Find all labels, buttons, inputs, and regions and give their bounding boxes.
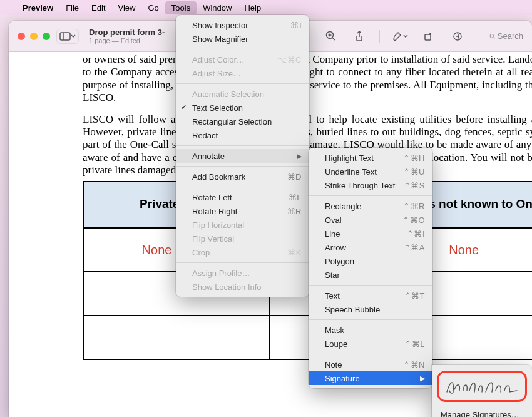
tools-menu-item-rectangular-selection[interactable]: Rectangular Selection — [176, 115, 309, 128]
menu-separator — [432, 404, 532, 404]
menu-item-label: Text Selection — [192, 103, 302, 113]
menu-separator — [176, 145, 309, 146]
menu-item-label: Arrow — [325, 243, 404, 252]
menu-item-label: Add Bookmark — [192, 172, 287, 182]
tools-menu-item-automatic-selection: Automatic Selection — [176, 87, 309, 101]
annotate-menu-item-star[interactable]: Star — [309, 268, 432, 282]
tools-menu-item-flip-horizontal: Flip Horizontal — [176, 218, 309, 232]
menubar-item-help[interactable]: Help — [238, 1, 267, 14]
menubar-item-view[interactable]: View — [112, 1, 142, 14]
menu-item-label: Rectangular Selection — [192, 117, 302, 126]
menubar-item-window[interactable]: Window — [197, 1, 238, 14]
menubar: Preview File Edit View Go Tools Window H… — [0, 0, 532, 15]
annotate-menu-item-rectangle[interactable]: Rectangle⌃⌘R — [309, 199, 432, 213]
menu-item-label: Adjust Size… — [192, 69, 302, 78]
chevron-right-icon: ▶ — [420, 374, 425, 383]
menubar-item-file[interactable]: File — [59, 1, 85, 14]
minimize-button[interactable] — [30, 33, 38, 40]
tools-menu-item-rotate-right[interactable]: Rotate Right⌘R — [176, 204, 309, 218]
menu-item-label: Signature — [325, 374, 420, 383]
menu-separator — [176, 49, 309, 49]
menu-shortcut: ⌃⌘H — [403, 153, 425, 163]
menu-item-label: Rotate Right — [192, 207, 287, 216]
menu-item-label: Speech Bubble — [325, 305, 425, 314]
annotate-menu-item-strike-through-text[interactable]: Strike Through Text⌃⌘S — [309, 178, 432, 192]
share-button[interactable] — [350, 29, 368, 44]
menubar-item-tools[interactable]: Tools — [165, 1, 197, 14]
menu-shortcut: ⌘K — [287, 248, 302, 257]
menu-shortcut: ⌃⌘N — [403, 360, 425, 369]
menu-item-label: Flip Vertical — [192, 234, 302, 244]
menu-item-label: Note — [325, 360, 403, 369]
signature-highlight-ring — [437, 371, 527, 402]
annotate-menu-item-oval[interactable]: Oval⌃⌘O — [309, 213, 432, 227]
menu-item-label: Redact — [192, 131, 302, 140]
window-subtitle: 1 page — Edited — [89, 37, 165, 44]
menu-item-label: Mask — [325, 326, 425, 335]
chevron-right-icon: ▶ — [297, 152, 302, 160]
menu-separator — [309, 195, 432, 196]
menu-shortcut: ⌃⌘O — [402, 215, 425, 225]
annotate-menu-item-mask[interactable]: Mask — [309, 323, 432, 337]
menu-separator — [176, 187, 309, 187]
zoom-in-button[interactable] — [322, 29, 339, 44]
search-field[interactable]: Search — [489, 31, 523, 41]
annotate-menu-item-underline-text[interactable]: Underline Text⌃⌘U — [309, 165, 432, 178]
menu-shortcut: ⌘L — [289, 193, 302, 202]
annotate-menu-item-arrow[interactable]: Arrow⌃⌘A — [309, 240, 432, 254]
highlight-button[interactable] — [391, 29, 409, 44]
svg-line-6 — [332, 38, 335, 40]
svg-rect-10 — [425, 34, 431, 40]
menu-item-label: Crop — [192, 248, 287, 257]
tools-menu-item-assign-profile: Assign Profile… — [176, 266, 309, 280]
annotate-menu-item-polygon[interactable]: Polygon — [309, 254, 432, 268]
search-placeholder: Search — [498, 31, 523, 41]
menubar-app[interactable]: Preview — [16, 1, 59, 14]
tools-menu-item-redact[interactable]: Redact — [176, 128, 309, 142]
tools-menu-item-show-inspector[interactable]: Show Inspector⌘I — [176, 18, 309, 32]
markup-button[interactable] — [449, 29, 466, 44]
annotate-menu-item-note[interactable]: Note⌃⌘N — [309, 358, 432, 371]
annotate-menu-item-highlight-text[interactable]: Highlight Text⌃⌘H — [309, 151, 432, 165]
menu-shortcut: ⌃⌘R — [403, 202, 425, 211]
rotate-button[interactable] — [420, 29, 437, 44]
menu-separator — [309, 354, 432, 354]
tools-menu-item-adjust-color: Adjust Color…⌥⌘C — [176, 53, 309, 66]
annotate-menu-item-signature[interactable]: Signature▶ — [309, 371, 432, 385]
annotate-menu-item-speech-bubble[interactable]: Speech Bubble — [309, 302, 432, 316]
menubar-item-edit[interactable]: Edit — [85, 1, 111, 14]
menu-item-label: Text — [325, 291, 404, 301]
menu-item-label: Flip Horizontal — [192, 220, 302, 230]
tools-menu: Show Inspector⌘IShow MagnifierAdjust Col… — [176, 15, 309, 297]
zoom-button[interactable] — [43, 33, 50, 40]
tools-menu-item-rotate-left[interactable]: Rotate Left⌘L — [176, 190, 309, 204]
svg-rect-0 — [60, 33, 70, 40]
window-title-block: Drop permit form 3- 1 page — Edited — [89, 28, 165, 44]
menu-shortcut: ⌃⌘U — [403, 167, 425, 177]
menu-item-label: Rectangle — [325, 202, 403, 211]
menu-item-label: Assign Profile… — [192, 269, 302, 278]
menu-shortcut: ⌘R — [287, 207, 302, 216]
tools-menu-item-show-magnifier[interactable]: Show Magnifier — [176, 32, 309, 46]
menu-separator — [309, 285, 432, 286]
menu-item-label: Oval — [325, 215, 402, 225]
window-title: Drop permit form 3- — [89, 28, 165, 37]
annotate-menu-item-loupe[interactable]: Loupe⌃⌘L — [309, 337, 432, 351]
close-button[interactable] — [18, 33, 25, 40]
menubar-item-go[interactable]: Go — [141, 1, 165, 14]
tools-menu-item-annotate[interactable]: Annotate▶ — [176, 149, 309, 163]
tools-menu-item-text-selection[interactable]: ✓Text Selection — [176, 101, 309, 115]
menu-item-manage-signatures[interactable]: Manage Signatures… — [432, 408, 532, 417]
sidebar-toggle-button[interactable] — [56, 29, 79, 44]
tools-menu-item-flip-vertical: Flip Vertical — [176, 232, 309, 245]
annotate-menu-item-text[interactable]: Text⌃⌘T — [309, 289, 432, 302]
svg-point-12 — [490, 34, 494, 38]
signature-preview[interactable] — [438, 372, 526, 401]
menu-shortcut: ⌘I — [290, 21, 302, 30]
menu-shortcut: ⌃⌘L — [404, 339, 425, 349]
tools-menu-item-add-bookmark[interactable]: Add Bookmark⌘D — [176, 170, 309, 183]
menu-shortcut: ⌃⌘S — [404, 181, 425, 190]
svg-line-13 — [493, 37, 494, 38]
menu-item-label: Loupe — [325, 339, 404, 349]
annotate-menu-item-line[interactable]: Line⌃⌘I — [309, 227, 432, 240]
